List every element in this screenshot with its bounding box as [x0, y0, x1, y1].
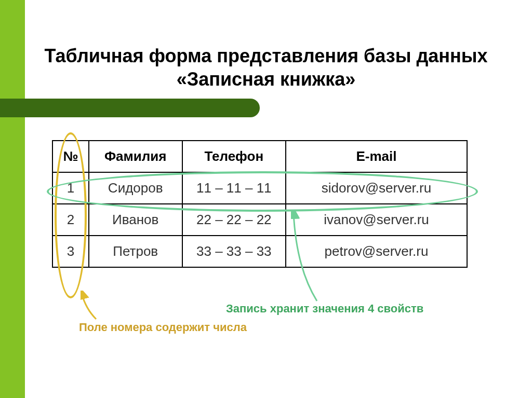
header-surname: Фамилия [89, 141, 182, 172]
cell-phone: 33 – 33 – 33 [182, 236, 286, 267]
table-header-row: № Фамилия Телефон E-mail [52, 141, 467, 172]
table-row: 2 Иванов 22 – 22 – 22 ivanov@server.ru [52, 204, 467, 236]
cell-num: 3 [52, 236, 89, 267]
table-row: 1 Сидоров 11 – 11 – 11 sidorov@server.ru [52, 172, 467, 204]
decorative-pill [0, 99, 260, 117]
cell-email: petrov@server.ru [286, 236, 467, 267]
field-arrow-icon [81, 291, 101, 322]
cell-phone: 11 – 11 – 11 [182, 172, 286, 204]
cell-phone: 22 – 22 – 22 [182, 204, 286, 236]
field-annotation: Поле номера содержит числа [79, 321, 247, 334]
page-title: Табличная форма представления базы данны… [0, 44, 532, 91]
cell-surname: Петров [89, 236, 182, 267]
data-table: № Фамилия Телефон E-mail 1 Сидоров 11 – … [52, 140, 468, 268]
cell-surname: Иванов [89, 204, 182, 236]
header-phone: Телефон [182, 141, 286, 172]
cell-num: 1 [52, 172, 89, 204]
cell-email: ivanov@server.ru [286, 204, 467, 236]
header-email: E-mail [286, 141, 467, 172]
table-row: 3 Петров 33 – 33 – 33 petrov@server.ru [52, 236, 467, 267]
record-annotation: Запись хранит значения 4 свойств [226, 302, 423, 315]
cell-surname: Сидоров [89, 172, 182, 204]
header-num: № [52, 141, 89, 172]
cell-num: 2 [52, 204, 89, 236]
cell-email: sidorov@server.ru [286, 172, 467, 204]
